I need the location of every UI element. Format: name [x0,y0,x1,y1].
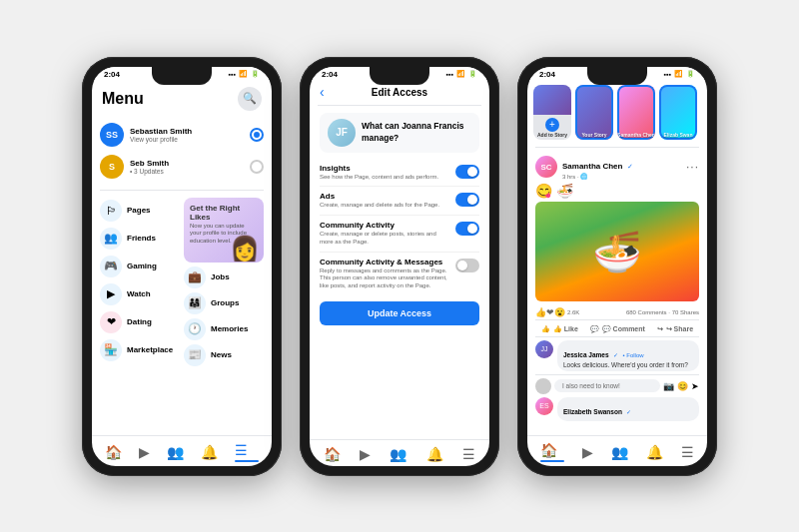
nav-bell-1[interactable]: 🔔 [201,444,218,460]
nav-home-3[interactable]: 🏠 [540,442,564,462]
time-1: 2:04 [104,70,120,79]
comment-avatar-elizabeth: ES [535,397,553,415]
comment-input-avatar [535,378,551,394]
toggle-messages-text: Community Activity & Messages Reply to m… [320,258,455,290]
camera-icon[interactable]: 📷 [663,381,674,391]
nav-home-2[interactable]: 🏠 [324,446,341,462]
reactions: 👍❤😮 2.6K [535,307,579,317]
search-button[interactable]: 🔍 [238,87,262,111]
toggle-insights-label: Insights [320,164,447,173]
nav-menu-2[interactable]: ☰ [462,446,475,462]
jobs-icon: 💼 [184,266,206,288]
nav-people-2[interactable]: 👥 [390,446,406,462]
post-name-block: Samantha Chen ✓ 3 hrs · 🌐 [562,155,633,180]
nav-video-2[interactable]: ▶ [360,446,371,462]
toggle-messages: Community Activity & Messages Reply to m… [320,253,479,295]
menu-left: 🏳 Pages 👥 Friends 🎮 Gaming ▶ Watch [100,198,180,431]
news-icon: 📰 [184,344,206,366]
notch-3 [587,67,647,85]
nav-bell-3[interactable]: 🔔 [646,444,663,460]
like-button[interactable]: 👍 👍 Like [541,325,578,333]
update-access-button[interactable]: Update Access [320,301,479,325]
profile-item-1[interactable]: S Seb Smith • 3 Updates [100,151,264,183]
menu-item-gaming[interactable]: 🎮 Gaming [100,254,180,279]
gaming-icon: 🎮 [100,256,122,277]
nav-video-1[interactable]: ▶ [139,444,150,460]
reaction-emojis: 👍❤😮 [535,307,565,317]
toggle-community: Community Activity Create, manage or del… [320,216,479,253]
menu-item-groups[interactable]: 👨‍👩‍👧 Groups [184,292,264,314]
comment-button[interactable]: 💬 💬 Comment [590,325,645,333]
reaction-bar: 👍❤😮 2.6K 680 Comments · 70 Shares [535,305,699,320]
your-story-label: Your Story [575,132,613,138]
story-samantha[interactable]: Samantha Chen [617,85,655,140]
toggle-insights-switch[interactable] [455,165,479,179]
toggle-messages-switch[interactable] [455,259,479,272]
menu-item-watch[interactable]: ▶ Watch [100,281,180,307]
menu-label-groups: Groups [211,298,239,307]
menu-item-pages[interactable]: 🏳 Pages [100,198,180,224]
promo-title: Get the Right Likes [190,204,258,222]
your-story[interactable]: Your Story [575,85,613,140]
nav-menu-1[interactable]: ☰ [235,442,259,462]
back-button[interactable]: ‹ [320,84,325,100]
menu-label-pages: Pages [127,206,151,215]
post-options-button[interactable]: ··· [686,160,699,174]
toggle-community-switch[interactable] [455,222,479,236]
menu-item-marketplace[interactable]: 🏪 Marketplace [100,337,180,363]
avatar-seb: S [100,155,124,179]
signal-icon: ▪▪▪ [229,71,236,78]
stories-bar: + Add to Story Your Story Samantha Chen … [527,81,707,144]
signal-icon-3: ▪▪▪ [664,71,671,78]
toggle-messages-label: Community Activity & Messages [320,258,447,266]
nav-people-1[interactable]: 👥 [167,444,184,460]
menu-item-news[interactable]: 📰 News [184,344,264,366]
comment-bubble-elizabeth: Elizabeth Swanson ✓ [557,397,699,421]
comment-name-elizabeth: Elizabeth Swanson ✓ [563,400,693,418]
comment-input-bar: I also need to know! 📷 😊 ➤ [535,374,699,397]
menu-label-memories: Memories [211,324,248,333]
share-button[interactable]: ↪ ↪ Share [657,325,693,333]
post-user-name: Samantha Chen ✓ [562,155,633,173]
shares-label: 70 Shares [672,309,699,315]
nav-home-1[interactable]: 🏠 [105,444,122,460]
profile-item-0[interactable]: SS Sebastian Smith View your profile [100,119,264,151]
menu-item-jobs[interactable]: 💼 Jobs [184,266,264,288]
toggle-community-text: Community Activity Create, manage or del… [320,221,455,247]
toggle-ads-text: Ads Create, manage and delete ads for th… [320,192,455,210]
status-icons-1: ▪▪▪ 📶 🔋 [229,70,260,78]
toggle-insights-text: Insights See how the Page, content and a… [320,164,455,182]
action-bar: 👍 👍 Like 💬 💬 Comment ↪ ↪ Share [535,323,699,337]
profile-info-1: Seb Smith • 3 Updates [130,159,244,175]
radio-empty [250,160,264,174]
watch-icon: ▶ [100,283,122,305]
wifi-icon-3: 📶 [674,70,683,78]
promo-figure: 👩 [230,235,260,263]
toggle-ads-switch[interactable] [455,193,479,207]
dating-icon: ❤ [100,311,122,333]
comment-input-field[interactable]: I also need to know! [554,379,660,392]
menu-label-marketplace: Marketplace [127,345,173,354]
nav-video-3[interactable]: ▶ [582,444,593,460]
bottom-nav-1: 🏠 ▶ 👥 🔔 ☰ [92,435,272,466]
nav-people-3[interactable]: 👥 [611,444,628,460]
battery-icon-3: 🔋 [686,70,695,78]
story-elizab[interactable]: Elizab Swan [659,85,697,140]
reaction-count: 2.6K [567,309,579,315]
phone-1: 2:04 ▪▪▪ 📶 🔋 Menu 🔍 SS Sebastian Smith [82,57,282,476]
menu-item-memories[interactable]: 🕐 Memories [184,318,264,340]
friends-icon: 👥 [100,228,122,250]
add-story[interactable]: + Add to Story [533,85,571,140]
menu-label-gaming: Gaming [127,262,157,270]
emoji-icon[interactable]: 😊 [677,381,688,391]
promo-card[interactable]: Get the Right Likes Now you can update y… [184,198,264,263]
toggle-community-desc: Create, manage or delete posts, stories … [320,231,447,247]
status-icons-2: ▪▪▪ 📶 🔋 [446,70,477,78]
menu-item-friends[interactable]: 👥 Friends [100,226,180,252]
nav-menu-3[interactable]: ☰ [681,444,694,460]
send-icon[interactable]: ➤ [691,381,699,391]
menu-label-news: News [211,350,232,359]
nav-bell-2[interactable]: 🔔 [426,446,443,462]
menu-item-dating[interactable]: ❤ Dating [100,309,180,335]
notch-2 [370,67,429,85]
